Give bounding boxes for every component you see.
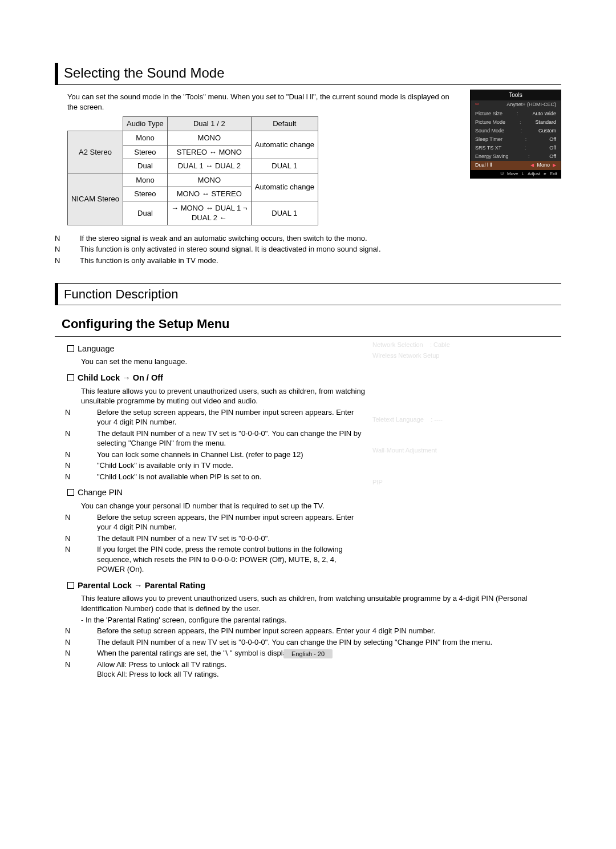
note-item: NIf you forget the PIN code, press the r… [81,544,366,575]
tools-row: SRS TS XT:Off [471,144,561,152]
cell: DUAL 1 [251,159,318,173]
th-dual: Dual 1 / 2 [167,117,251,131]
note-item: NThe default PIN number of a new TV set … [81,428,366,448]
tools-row: Sound Mode:Custom [471,126,561,135]
checkbox-icon [67,582,74,589]
block-childlock: Child Lock → On / Off This feature allow… [67,373,561,482]
changepin-title: Change PIN [78,487,123,499]
ghost-wallmount: Wall-Mount Adjustment [372,444,521,457]
sound-mode-table: Audio Type Dual 1 / 2 Default A2 Stereo … [67,116,318,225]
childlock-intro: This feature allows you to prevent unaut… [81,386,366,406]
note-item: NBefore the setup screen appears, the PI… [81,512,366,532]
cell: Dual [123,201,167,225]
block-changepin: Change PIN You can change your personal … [67,487,561,574]
th-audio-type: Audio Type [123,117,167,131]
note-item: N"Child Lock" is not available when PIP … [81,472,366,482]
changepin-intro: You can change your personal ID number t… [81,501,366,511]
section1-title: Selecting the Sound Mode [55,63,561,85]
section1-intro: You can set the sound mode in the "Tools… [67,92,454,112]
tools-osd: Tools ▭ Anynet+ (HDMI-CEC) Picture Size:… [470,90,561,179]
block-parental: Parental Lock → Parental Rating This fea… [67,580,561,680]
cell: Automatic change [251,131,318,159]
tools-row: Picture Size:Auto Wide [471,109,561,118]
parental-sub: - In the 'Parental Rating' screen, confi… [81,615,561,625]
cell: Mono [123,173,167,187]
section1-notes: NIf the stereo signal is weak and an aut… [67,233,561,266]
note-item: NThe default PIN number of a new TV set … [81,533,366,544]
note-item: NYou can lock some channels in Channel L… [81,450,366,460]
childlock-title: Child Lock → On / Off [78,373,163,384]
cell: DUAL 1 ↔ DUAL 2 [167,159,251,173]
page-footer: English - 20 [0,650,616,658]
tools-row: Picture Mode:Standard [471,118,561,126]
tools-row: Sleep Timer:Off [471,135,561,143]
tools-anynet: ▭ Anynet+ (HDMI-CEC) [471,100,561,109]
note-item: NAllow All: Press to unlock all TV ratin… [81,660,561,680]
row-nicam: NICAM Stereo [68,173,123,225]
left-arrow-icon: ◀ [530,163,534,168]
cell: MONO [167,173,251,187]
tools-footer: UMove LAdjust eExit [471,170,561,179]
th-default: Default [251,117,318,131]
cell: → MONO ↔ DUAL 1 ¬ DUAL 2 ← [167,201,251,225]
ghost-network: Network Selection : Cable Wireless Netwo… [372,338,521,362]
cell: Stereo [123,187,167,201]
cell: DUAL 1 [251,201,318,225]
tools-osd-title: Tools [471,90,561,100]
tools-row-selected: Dual l ll ◀ Mono ▶ [471,161,561,170]
cell: Stereo [123,145,167,159]
note-item: N"Child Lock" is available only in TV mo… [81,460,366,471]
parental-title: Parental Lock → Parental Rating [78,580,205,592]
right-arrow-icon: ▶ [553,163,556,168]
checkbox-icon [67,374,74,381]
section2-title: Function Description [55,283,561,306]
note-item: NBefore the setup screen appears, the PI… [81,626,561,636]
note-item: NThe default PIN number of a new TV set … [81,637,561,648]
cell: MONO ↔ STEREO [167,187,251,201]
language-title: Language [78,343,115,355]
ghost-pip: PIP [372,476,521,489]
section2-h2: Configuring the Setup Menu [55,313,561,337]
cell: MONO [167,131,251,145]
parental-intro: This feature allows you to prevent unaut… [81,593,561,613]
checkbox-icon [67,345,74,352]
ghost-teletext: Teletext Language : ---- [372,413,521,426]
note-item: NBefore the setup screen appears, the PI… [81,407,366,427]
row-a2: A2 Stereo [68,131,123,173]
cell: Mono [123,131,167,145]
checkbox-icon [67,489,74,496]
tools-row: Energy Saving:Off [471,152,561,161]
cell: Dual [123,159,167,173]
cell: STEREO ↔ MONO [167,145,251,159]
cell: Automatic change [251,173,318,201]
